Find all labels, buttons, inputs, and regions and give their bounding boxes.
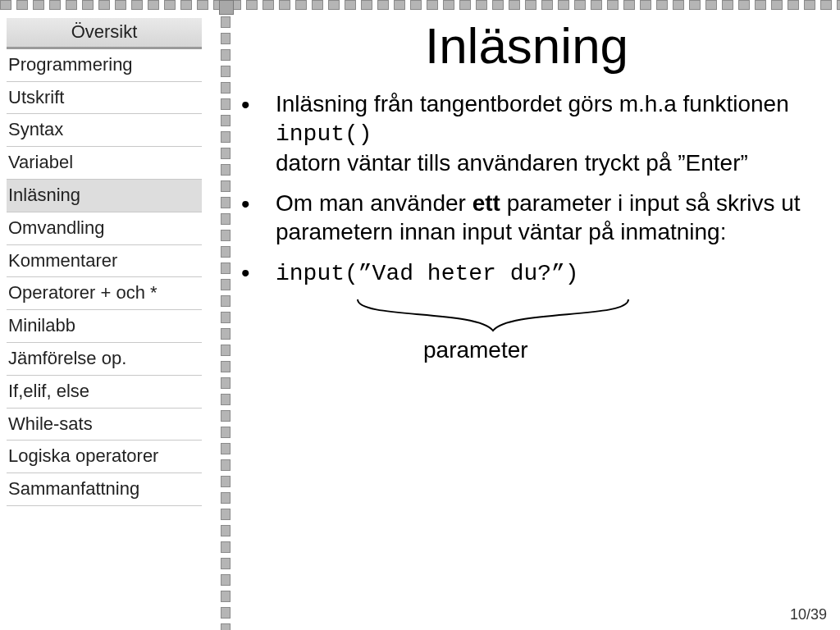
nav-item-12[interactable]: While-sats <box>7 409 202 441</box>
nav-item-1[interactable]: Programmering <box>7 49 202 82</box>
ruler-tick <box>0 0 11 10</box>
ruler-tick <box>459 0 471 10</box>
nav-item-5[interactable]: Inläsning <box>7 180 202 212</box>
slide-content: Inläsning Inläsning från tangentbordet g… <box>238 15 832 630</box>
ruler-tick <box>221 558 231 569</box>
ruler-tick <box>820 0 832 10</box>
ruler-tick <box>221 180 231 192</box>
ruler-tick <box>345 0 356 10</box>
bullet-2-bold: ett <box>472 190 500 216</box>
ruler-tick <box>558 0 569 10</box>
ruler-tick <box>221 98 231 110</box>
nav-item-9[interactable]: Minilabb <box>7 310 202 343</box>
ruler-tick <box>427 0 438 10</box>
ruler-tick <box>221 361 231 372</box>
nav-item-14[interactable]: Sammanfattning <box>7 473 202 506</box>
outline-sidebar: ÖversiktProgrammeringUtskriftSyntaxVaria… <box>0 15 218 506</box>
bullet-1: Inläsning från tangentbordet görs m.h.a … <box>238 89 815 189</box>
ruler-tick <box>377 0 389 10</box>
bullet-2: Om man använder ett parameter i input så… <box>238 189 815 258</box>
ruler-tick <box>82 0 94 10</box>
ruler-tick <box>771 0 783 10</box>
ruler-tick <box>705 0 717 10</box>
ruler-tick <box>115 0 126 10</box>
nav-item-11[interactable]: If,elif, else <box>7 376 202 409</box>
bullet-1-text: Inläsning från tangentbordet görs m.h.a … <box>276 91 789 116</box>
ruler-tick <box>328 0 340 10</box>
nav-item-4[interactable]: Variabel <box>7 147 202 180</box>
ruler-tick <box>246 0 258 10</box>
ruler-tick <box>837 0 840 10</box>
bullet-3: input(”Vad heter du?”) <box>238 258 815 299</box>
ruler-tick <box>525 0 536 10</box>
ruler-tick <box>148 0 159 10</box>
ruler-tick <box>221 295 231 307</box>
ruler-tick <box>221 328 231 340</box>
ruler-tick <box>722 0 733 10</box>
nav-item-7[interactable]: Kommentarer <box>7 245 202 278</box>
nav-item-2[interactable]: Utskrift <box>7 82 202 115</box>
ruler-tick <box>221 82 231 94</box>
ruler-horizontal <box>0 0 840 11</box>
ruler-tick <box>221 525 231 536</box>
ruler-tick <box>574 0 586 10</box>
bullet-1-code: input() <box>276 121 372 147</box>
ruler-tick <box>295 0 307 10</box>
nav-item-6[interactable]: Omvandling <box>7 212 202 245</box>
ruler-tick <box>221 476 231 487</box>
ruler-tick <box>221 115 231 126</box>
ruler-tick <box>640 0 651 10</box>
ruler-tick <box>221 279 231 290</box>
nav-item-0[interactable]: Översikt <box>7 18 202 49</box>
nav-item-3[interactable]: Syntax <box>7 114 202 147</box>
ruler-tick <box>804 0 815 10</box>
ruler-tick <box>492 0 504 10</box>
page-number: 10/39 <box>790 606 827 623</box>
ruler-tick <box>221 377 231 389</box>
ruler-tick <box>221 427 231 438</box>
bullet-2-a: Om man använder <box>276 190 472 216</box>
ruler-tick <box>221 33 231 44</box>
nav-item-8[interactable]: Operatorer + och * <box>7 277 202 310</box>
slide-title: Inläsning <box>238 16 815 75</box>
bullet-list: Inläsning från tangentbordet görs m.h.a … <box>238 89 815 299</box>
ruler-tick <box>221 443 231 454</box>
ruler-tick <box>221 607 231 619</box>
ruler-tick <box>221 591 231 602</box>
ruler-tick <box>221 131 231 143</box>
bullet-1-cont-a: datorn väntar tills användaren tryckt på <box>276 150 678 176</box>
ruler-tick <box>673 0 684 10</box>
ruler-tick <box>689 0 701 10</box>
ruler-tick <box>221 49 231 61</box>
ruler-tick <box>16 0 28 10</box>
ruler-tick <box>221 164 231 176</box>
ruler-tick <box>509 0 520 10</box>
nav-item-13[interactable]: Logiska operatorer <box>7 441 202 473</box>
ruler-tick <box>221 262 231 274</box>
brace-annotation: parameter <box>276 299 815 390</box>
ruler-tick <box>180 0 192 10</box>
ruler-tick <box>279 0 290 10</box>
ruler-tick <box>221 148 231 159</box>
nav-item-10[interactable]: Jämförelse op. <box>7 343 202 376</box>
ruler-tick <box>607 0 619 10</box>
ruler-tick <box>221 345 231 356</box>
ruler-tick <box>49 0 61 10</box>
ruler-tick <box>623 0 635 10</box>
brace-label: parameter <box>423 337 528 363</box>
ruler-tick <box>33 0 44 10</box>
ruler-tick <box>221 66 231 77</box>
ruler-tick <box>131 0 143 10</box>
ruler-tick <box>98 0 110 10</box>
ruler-tick <box>738 0 750 10</box>
ruler-tick <box>164 0 176 10</box>
bullet-3-code: input(”Vad heter du?”) <box>276 261 579 286</box>
ruler-tick <box>755 0 766 10</box>
ruler-tick <box>221 459 231 471</box>
ruler-tick <box>221 213 231 225</box>
curly-brace-icon <box>354 294 632 340</box>
ruler-tick <box>197 0 208 10</box>
ruler-tick <box>221 230 231 241</box>
ruler-tick <box>221 16 231 28</box>
ruler-tick <box>221 509 231 520</box>
